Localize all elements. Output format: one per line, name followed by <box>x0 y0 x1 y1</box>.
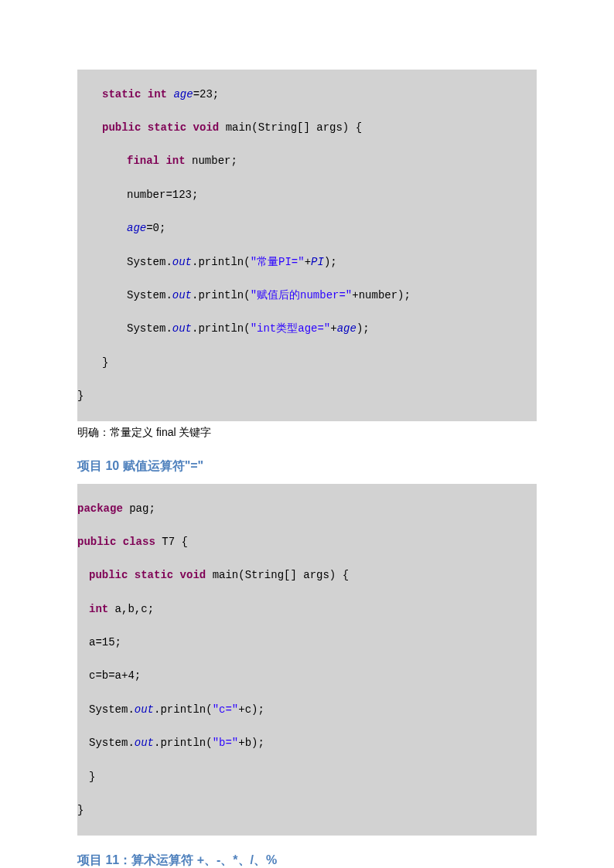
code-line: public class T7 { <box>77 534 537 551</box>
code-line: number=123; <box>77 187 537 204</box>
code-block-2: package pag; public class T7 { public st… <box>77 484 537 836</box>
code-line: static int age=23; <box>77 87 537 104</box>
code-line: } <box>77 388 537 405</box>
code-line: System.out.println("常量PI="+PI); <box>77 254 537 271</box>
code-line: package pag; <box>77 501 537 518</box>
code-line: c=b=a+4; <box>77 668 537 685</box>
code-line: } <box>77 769 537 786</box>
code-line: System.out.println("c="+c); <box>77 702 537 719</box>
note-text: 明确：常量定义 final 关键字 <box>77 424 537 441</box>
heading-11: 项目 11：算术运算符 +、-、*、/、% <box>77 851 537 868</box>
code-line: System.out.println("赋值后的number="+number)… <box>77 288 537 305</box>
code-line: System.out.println("b="+b); <box>77 735 537 752</box>
code-line: } <box>77 355 537 372</box>
code-line: final int number; <box>77 153 537 170</box>
code-line: a=15; <box>77 635 537 652</box>
heading-10: 项目 10 赋值运算符"=" <box>77 457 537 476</box>
code-line: int a,b,c; <box>77 601 537 618</box>
code-block-1: static int age=23; public static void ma… <box>77 70 537 421</box>
code-line: age=0; <box>77 220 537 237</box>
code-line: System.out.println("int类型age="+age); <box>77 321 537 338</box>
code-line: public static void main(String[] args) { <box>77 120 537 137</box>
code-line: } <box>77 802 537 819</box>
code-line: public static void main(String[] args) { <box>77 567 537 584</box>
